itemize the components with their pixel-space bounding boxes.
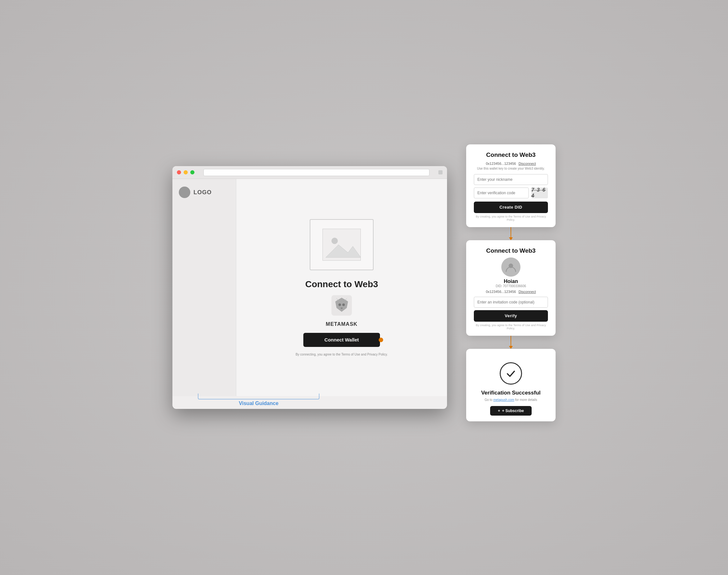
verify-button[interactable]: Verify (474, 310, 548, 322)
metamask-label: METAMASK (326, 322, 357, 327)
traffic-light-green[interactable] (190, 170, 194, 174)
connect-to-web3-title: Connect to Web3 (305, 279, 378, 290)
card1-subtitle: Use this wallet key to create your Web3 … (474, 167, 548, 170)
subscribe-button[interactable]: + + Subscribe (490, 406, 531, 416)
main-container: LOGO Connect to Web3 (0, 0, 728, 575)
connect-wallet-dot (379, 338, 383, 342)
avatar-icon (505, 262, 516, 272)
browser-titlebar (173, 166, 447, 179)
card2-wallet-row: 0x123456...123456 Disconnect (474, 290, 548, 294)
card2-wallet-address: 0x123456...123456 (486, 290, 516, 294)
card-success: Verification Successful Go to metapush.c… (466, 349, 555, 421)
connect-section: Connect to Web3 (296, 279, 388, 356)
cards-wrapper: Connect to Web3 0x123456...123456 Discon… (466, 144, 555, 421)
visual-guidance-bracket (198, 394, 319, 399)
browser-content: LOGO Connect to Web3 (173, 179, 447, 396)
checkmark-svg (505, 367, 517, 379)
success-title: Verification Successful (474, 390, 548, 396)
browser-sidebar: LOGO (173, 179, 236, 396)
profile-avatar (501, 258, 520, 277)
svg-point-1 (331, 238, 338, 244)
svg-point-7 (338, 303, 341, 306)
browser-action-btn[interactable] (438, 170, 442, 174)
card1-terms: By creating, you agree to the Terms of U… (474, 215, 548, 222)
browser-main: Connect to Web3 (236, 179, 447, 396)
card-create-did: Connect to Web3 0x123456...123456 Discon… (466, 144, 555, 227)
card1-title: Connect to Web3 (474, 151, 548, 159)
placeholder-image (310, 219, 373, 270)
profile-did: DID: 7077000336606 (474, 284, 548, 288)
success-link[interactable]: metapush.com (493, 398, 514, 402)
metamask-icon (331, 295, 352, 316)
captcha-display: 7 3 6 4 (531, 188, 548, 198)
card1-wallet-row: 0x123456...123456 Disconnect (474, 162, 548, 166)
success-check-icon (500, 362, 522, 384)
browser-window: LOGO Connect to Web3 (173, 166, 447, 409)
card1-disconnect-link[interactable]: Disconnect (518, 162, 536, 166)
verification-code-input[interactable] (474, 188, 529, 198)
arrow-1 (509, 227, 513, 240)
right-section: Connect to Web3 0x123456...123456 Discon… (466, 144, 555, 421)
card2-terms: By creating, you agree to the Terms of U… (474, 324, 548, 330)
visual-guidance-label: Visual Guidance (239, 401, 279, 406)
placeholder-svg (323, 229, 361, 261)
connect-wallet-button[interactable]: Connect Wallet (303, 333, 380, 347)
success-subtitle: Go to metapush.com for more details (474, 398, 548, 402)
arrow-2 (509, 336, 513, 349)
card-verify: Connect to Web3 Hoian DID: 7077000336606… (466, 240, 555, 336)
invitation-code-input[interactable] (474, 297, 548, 308)
traffic-light-red[interactable] (177, 170, 181, 174)
verification-row: 7 3 6 4 (474, 188, 548, 198)
nickname-input[interactable] (474, 174, 548, 185)
traffic-light-yellow[interactable] (184, 170, 188, 174)
logo-area: LOGO (179, 187, 229, 198)
address-bar[interactable] (204, 169, 430, 176)
logo-circle (179, 187, 190, 198)
connect-terms: By connecting, you agree to the Terms of… (296, 353, 388, 356)
create-did-button[interactable]: Create DID (474, 202, 548, 213)
profile-name: Hoian (474, 278, 548, 284)
card1-wallet-address: 0x123456...123456 (486, 162, 516, 166)
card2-title: Connect to Web3 (474, 247, 548, 254)
svg-point-8 (342, 303, 345, 306)
logo-text: LOGO (193, 189, 212, 196)
card2-disconnect-link[interactable]: Disconnect (518, 290, 536, 294)
visual-guidance-area: Visual Guidance (198, 394, 319, 406)
subscribe-plus: + (498, 409, 500, 413)
